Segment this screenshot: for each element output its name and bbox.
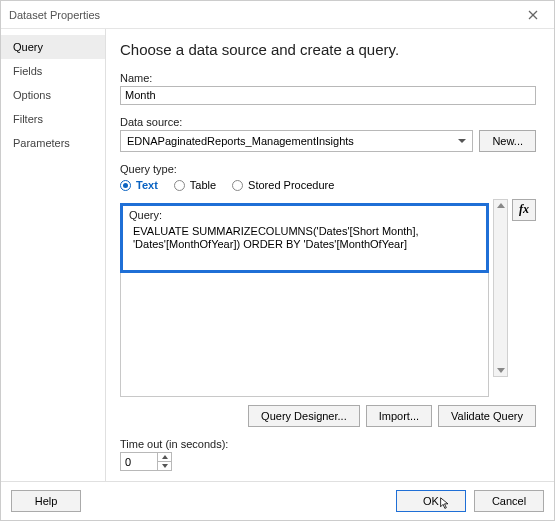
cancel-button[interactable]: Cancel bbox=[474, 490, 544, 512]
dialog-footer: Help OK Cancel bbox=[1, 481, 554, 520]
timeout-value[interactable] bbox=[121, 453, 157, 470]
category-sidebar: Query Fields Options Filters Parameters bbox=[1, 29, 106, 481]
datasource-label: Data source: bbox=[120, 116, 536, 128]
spinner-up[interactable] bbox=[158, 453, 171, 462]
sidebar-item-label: Filters bbox=[13, 113, 43, 125]
expression-button[interactable]: fx bbox=[512, 199, 536, 221]
import-button[interactable]: Import... bbox=[366, 405, 432, 427]
spinner-down[interactable] bbox=[158, 462, 171, 470]
radio-dot-icon bbox=[232, 180, 243, 191]
radio-dot-icon bbox=[174, 180, 185, 191]
query-textarea[interactable] bbox=[120, 273, 489, 397]
cursor-icon bbox=[439, 497, 452, 510]
name-input[interactable] bbox=[120, 86, 536, 105]
name-label: Name: bbox=[120, 72, 536, 84]
timeout-spinner[interactable] bbox=[120, 452, 172, 471]
radio-label: Stored Procedure bbox=[248, 179, 334, 191]
query-text-preview: EVALUATE SUMMARIZECOLUMNS('Dates'[Short … bbox=[129, 223, 480, 265]
radio-text[interactable]: Text bbox=[120, 179, 158, 191]
datasource-dropdown[interactable]: EDNAPaginatedReports_ManagementInsights bbox=[120, 130, 473, 152]
radio-label: Text bbox=[136, 179, 158, 191]
chevron-down-icon bbox=[162, 464, 168, 468]
query-highlight-box: Query: EVALUATE SUMMARIZECOLUMNS('Dates'… bbox=[120, 203, 489, 274]
ok-button[interactable]: OK bbox=[396, 490, 466, 512]
page-heading: Choose a data source and create a query. bbox=[120, 41, 536, 58]
radio-stored-procedure[interactable]: Stored Procedure bbox=[232, 179, 334, 191]
scroll-down-icon bbox=[497, 368, 505, 373]
scroll-up-icon bbox=[497, 203, 505, 208]
help-button[interactable]: Help bbox=[11, 490, 81, 512]
dialog-window: Dataset Properties Query Fields Options … bbox=[0, 0, 555, 521]
sidebar-item-options[interactable]: Options bbox=[1, 83, 105, 107]
chevron-up-icon bbox=[162, 455, 168, 459]
sidebar-item-label: Query bbox=[13, 41, 43, 53]
query-designer-button[interactable]: Query Designer... bbox=[248, 405, 360, 427]
query-type-group: Text Table Stored Procedure bbox=[120, 179, 536, 191]
sidebar-item-label: Parameters bbox=[13, 137, 70, 149]
main-panel: Choose a data source and create a query.… bbox=[106, 29, 554, 481]
sidebar-item-fields[interactable]: Fields bbox=[1, 59, 105, 83]
new-datasource-button[interactable]: New... bbox=[479, 130, 536, 152]
sidebar-item-query[interactable]: Query bbox=[1, 35, 105, 59]
radio-dot-icon bbox=[120, 180, 131, 191]
query-scrollbar[interactable] bbox=[493, 199, 508, 377]
radio-table[interactable]: Table bbox=[174, 179, 216, 191]
radio-label: Table bbox=[190, 179, 216, 191]
sidebar-item-parameters[interactable]: Parameters bbox=[1, 131, 105, 155]
query-type-label: Query type: bbox=[120, 163, 536, 175]
timeout-label: Time out (in seconds): bbox=[120, 438, 536, 450]
query-label: Query: bbox=[129, 209, 480, 221]
sidebar-item-filters[interactable]: Filters bbox=[1, 107, 105, 131]
sidebar-item-label: Fields bbox=[13, 65, 42, 77]
close-button[interactable] bbox=[518, 5, 548, 25]
validate-query-button[interactable]: Validate Query bbox=[438, 405, 536, 427]
datasource-value: EDNAPaginatedReports_ManagementInsights bbox=[127, 135, 354, 147]
sidebar-item-label: Options bbox=[13, 89, 51, 101]
spinner-buttons bbox=[157, 453, 171, 470]
dialog-title: Dataset Properties bbox=[9, 9, 100, 21]
titlebar: Dataset Properties bbox=[1, 1, 554, 29]
